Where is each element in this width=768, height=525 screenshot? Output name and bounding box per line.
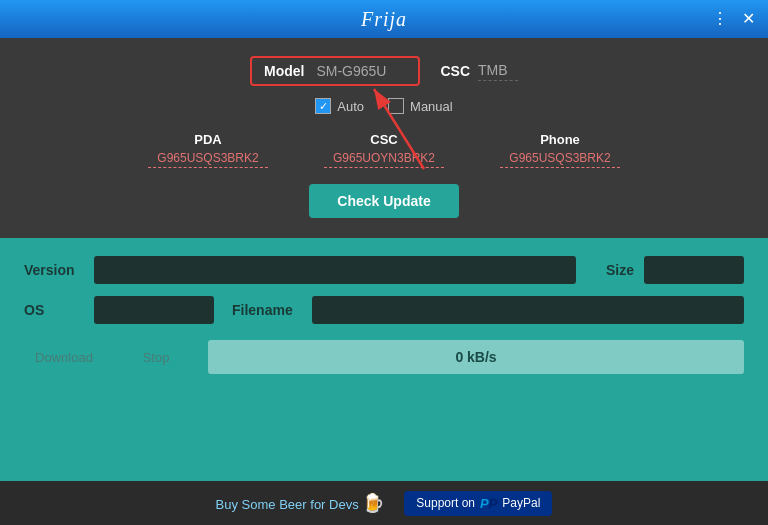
- paypal-label: PayPal: [502, 496, 540, 510]
- filename-label: Filename: [232, 302, 302, 318]
- manual-checkbox-group[interactable]: Manual: [388, 98, 453, 114]
- window-controls: ⋮ ✕: [710, 11, 758, 27]
- beer-emoji: 🍺: [362, 493, 384, 513]
- pda-row: PDA G965USQS3BRK2 CSC G965UOYN3BRK2 Phon…: [30, 132, 738, 168]
- auto-checkbox-group[interactable]: ✓ Auto: [315, 98, 364, 114]
- more-button[interactable]: ⋮: [710, 11, 730, 27]
- progress-bar: 0 kB/s: [208, 340, 744, 374]
- model-box: Model SM-G965U: [250, 56, 420, 86]
- footer: Buy Some Beer for Devs 🍺 Support on PP P…: [0, 481, 768, 525]
- os-input[interactable]: [94, 296, 214, 324]
- auto-checkbox[interactable]: ✓: [315, 98, 331, 114]
- phone-value: G965USQS3BRK2: [500, 151, 620, 168]
- auto-manual-row: ✓ Auto Manual: [30, 98, 738, 114]
- buy-beer-text: Buy Some Beer for Devs: [216, 497, 359, 512]
- check-update-container: Check Update: [30, 184, 738, 218]
- title-bar: Frija ⋮ ✕: [0, 0, 768, 38]
- manual-checkbox[interactable]: [388, 98, 404, 114]
- download-button[interactable]: Download: [24, 344, 104, 371]
- action-row: Download Stop 0 kB/s: [24, 340, 744, 374]
- pda-label: PDA: [194, 132, 221, 147]
- csc-field-label: CSC: [370, 132, 397, 147]
- buy-beer-link[interactable]: Buy Some Beer for Devs 🍺: [216, 492, 385, 514]
- os-filename-row: OS Filename: [24, 296, 744, 324]
- pda-group: PDA G965USQS3BRK2: [148, 132, 268, 168]
- manual-label: Manual: [410, 99, 453, 114]
- csc-label: CSC: [440, 63, 470, 79]
- model-label: Model: [264, 63, 304, 79]
- paypal-icon: PP: [480, 496, 497, 511]
- os-label: OS: [24, 302, 84, 318]
- size-label: Size: [606, 262, 634, 278]
- filename-input[interactable]: [312, 296, 744, 324]
- pda-value: G965USQS3BRK2: [148, 151, 268, 168]
- size-input[interactable]: [644, 256, 744, 284]
- auto-check-icon: ✓: [319, 100, 328, 113]
- csc-field-value: G965UOYN3BRK2: [324, 151, 444, 168]
- model-csc-row: Model SM-G965U CSC TMB: [30, 56, 738, 86]
- app-title: Frija: [361, 8, 407, 31]
- version-size-row: Version Size: [24, 256, 744, 284]
- progress-text: 0 kB/s: [455, 349, 496, 365]
- phone-label: Phone: [540, 132, 580, 147]
- paypal-support-text: Support on: [416, 496, 475, 510]
- auto-label: Auto: [337, 99, 364, 114]
- csc-value: TMB: [478, 62, 518, 81]
- version-label: Version: [24, 262, 84, 278]
- csc-field-group: CSC G965UOYN3BRK2: [324, 132, 444, 168]
- model-value: SM-G965U: [316, 63, 406, 79]
- check-update-button[interactable]: Check Update: [309, 184, 458, 218]
- top-section: Model SM-G965U CSC TMB ✓ Auto Manual PDA…: [0, 38, 768, 238]
- version-input[interactable]: [94, 256, 576, 284]
- phone-group: Phone G965USQS3BRK2: [500, 132, 620, 168]
- paypal-button[interactable]: Support on PP PayPal: [404, 491, 552, 516]
- stop-button[interactable]: Stop: [116, 344, 196, 371]
- close-button[interactable]: ✕: [738, 11, 758, 27]
- bottom-section: Version Size OS Filename Download Stop 0…: [0, 238, 768, 481]
- csc-group: CSC TMB: [440, 62, 518, 81]
